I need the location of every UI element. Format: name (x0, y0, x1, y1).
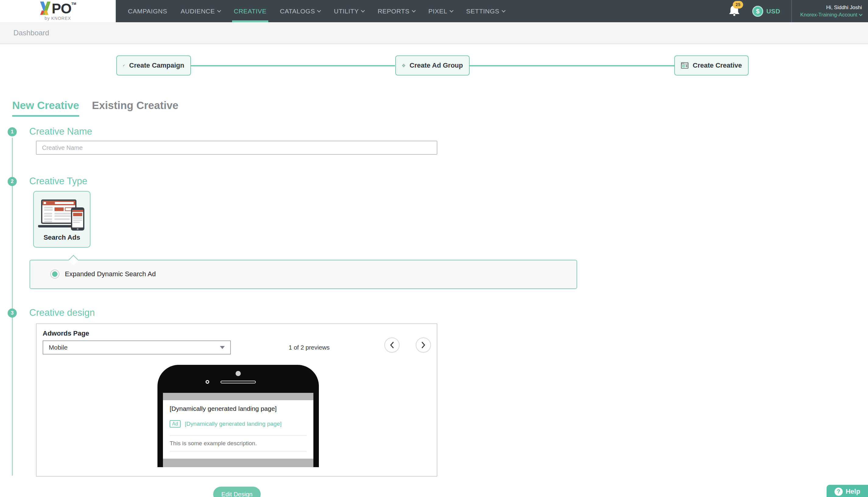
device-select[interactable]: Mobile (43, 340, 231, 354)
step-create-campaign[interactable]: Create Campaign (116, 55, 191, 75)
currency-selector[interactable]: $ USD (752, 6, 780, 17)
creative-tabs: New Creative Existing Creative (12, 99, 191, 117)
phone-graphic (71, 208, 84, 230)
adwords-page-label: Adwords Page (43, 329, 89, 338)
chevron-down-icon (317, 9, 321, 13)
section-3-title: Creative design (29, 307, 95, 318)
previous-preview-button[interactable] (384, 338, 400, 353)
notification-count-badge: 25 (733, 1, 743, 9)
xpo-x-glyph (40, 1, 51, 15)
section-1-badge: 1 (8, 127, 17, 137)
chevron-left-icon (389, 341, 395, 349)
nav-label: REPORTS (378, 8, 410, 15)
dollar-coin-icon: $ (752, 6, 763, 17)
select-caret-icon (220, 346, 225, 349)
section-2-title: Creative Type (29, 176, 87, 187)
serp-description: This is some example description. (170, 440, 307, 447)
radio-expanded-dynamic-search-ad[interactable]: Expanded Dynamic Search Ad (50, 270, 156, 279)
main-nav: CAMPAIGNS AUDIENCE CREATIVE CATALOGS UTI… (121, 0, 512, 22)
next-preview-button[interactable] (416, 338, 431, 353)
creative-subtype-panel: Expanded Dynamic Search Ad (30, 260, 577, 289)
creative-name-input[interactable] (36, 141, 437, 155)
phone-bottom-bar (163, 459, 313, 467)
step-create-ad-group[interactable]: Create Ad Group (395, 55, 470, 75)
chevron-down-icon (217, 9, 221, 13)
nav-label: PIXEL (428, 8, 447, 15)
section-2-badge: 2 (8, 177, 17, 186)
tab-existing-creative[interactable]: Existing Creative (92, 99, 179, 117)
chevron-down-icon (859, 13, 862, 16)
nav-label: CATALOGS (280, 8, 315, 15)
question-mark-icon: ? (835, 487, 843, 496)
nav-label: SETTINGS (466, 8, 499, 15)
logo-tm: TM (71, 2, 76, 5)
stepper-connector (191, 65, 395, 66)
creative-design-panel: Adwords Page Mobile 1 of 2 previews (36, 323, 437, 477)
radio-label: Expanded Dynamic Search Ad (65, 270, 156, 278)
chevron-down-icon (361, 9, 365, 13)
account-selector[interactable]: Knorex-Training-Account (800, 12, 862, 18)
step-create-creative[interactable]: AD Create Creative (674, 55, 749, 75)
notifications-button[interactable]: 25 (728, 4, 740, 18)
account-name: Knorex-Training-Account (800, 12, 857, 18)
nav-label: CAMPAIGNS (128, 8, 167, 15)
section-1-title: Creative Name (29, 126, 92, 137)
phone-frame: [Dynamically generated landing page] Ad … (157, 365, 319, 467)
panel-notch (68, 255, 79, 265)
ad-link: [Dynamically generated landing page] (185, 421, 282, 427)
chevron-down-icon (450, 9, 454, 13)
mobile-preview: [Dynamically generated landing page] Ad … (157, 365, 319, 467)
chevron-right-icon (421, 341, 426, 349)
megaphone-icon (123, 59, 125, 72)
card-label: Search Ads (34, 233, 90, 241)
nav-label: CREATIVE (234, 8, 267, 15)
step-label: Create Ad Group (410, 61, 463, 69)
nav-item-reports[interactable]: REPORTS (371, 0, 422, 22)
nav-item-pixel[interactable]: PIXEL (422, 0, 459, 22)
nav-item-utility[interactable]: UTILITY (327, 0, 371, 22)
step-label: Create Creative (693, 61, 742, 69)
serp-title: [Dynamically generated landing page] (170, 405, 307, 412)
search-ads-illustration (41, 198, 86, 231)
user-greeting: Hi, Siddhi Joshi (792, 4, 862, 11)
ad-window-icon: AD (681, 60, 688, 71)
help-button[interactable]: ? Help (827, 485, 868, 497)
help-label: Help (846, 487, 860, 496)
edit-design-button[interactable]: Edit Design (213, 487, 261, 497)
device-select-value: Mobile (49, 344, 68, 351)
serp-ad-row: Ad [Dynamically generated landing page] (170, 420, 307, 428)
divider (170, 451, 307, 451)
radio-button-selected[interactable] (50, 270, 59, 279)
logo-text: PO (52, 1, 71, 16)
breadcrumb-dashboard[interactable]: Dashboard (13, 29, 49, 37)
preview-counter: 1 of 2 previews (271, 344, 347, 351)
currency-code: USD (766, 8, 780, 15)
tab-new-creative[interactable]: New Creative (12, 99, 79, 117)
breadcrumb: Dashboard (0, 22, 868, 44)
nav-item-audience[interactable]: AUDIENCE (174, 0, 227, 22)
svg-text:AD: AD (683, 65, 685, 67)
nav-item-creative[interactable]: CREATIVE (227, 0, 273, 22)
nav-label: UTILITY (334, 8, 359, 15)
divider (170, 436, 307, 436)
target-icon (402, 59, 405, 72)
phone-speaker-icon (220, 381, 256, 383)
xpo-app: PO TM by KNOREX CAMPAIGNS AUDIENCE CREAT… (0, 0, 868, 497)
nav-item-settings[interactable]: SETTINGS (459, 0, 512, 22)
creative-type-card-search-ads[interactable]: Search Ads (33, 191, 90, 247)
xpo-logo-row: PO TM (40, 1, 76, 16)
serp-preview: [Dynamically generated landing page] Ad … (163, 400, 313, 459)
phone-camera-icon (236, 371, 241, 376)
phone-status-bar (163, 393, 313, 400)
section-connector-line (12, 138, 13, 476)
nav-item-campaigns[interactable]: CAMPAIGNS (121, 0, 174, 22)
chevron-down-icon (412, 9, 416, 13)
xpo-logo[interactable]: PO TM by KNOREX (0, 0, 116, 22)
top-navbar: PO TM by KNOREX CAMPAIGNS AUDIENCE CREAT… (0, 0, 868, 22)
nav-item-catalogs[interactable]: CATALOGS (273, 0, 327, 22)
step-label: Create Campaign (129, 61, 184, 69)
nav-label: AUDIENCE (181, 8, 215, 15)
phone-sensor-icon (205, 380, 209, 384)
navbar-right: 25 $ USD Hi, Siddhi Joshi Knorex-Trainin… (728, 0, 868, 22)
user-menu[interactable]: Hi, Siddhi Joshi Knorex-Training-Account (792, 4, 868, 18)
